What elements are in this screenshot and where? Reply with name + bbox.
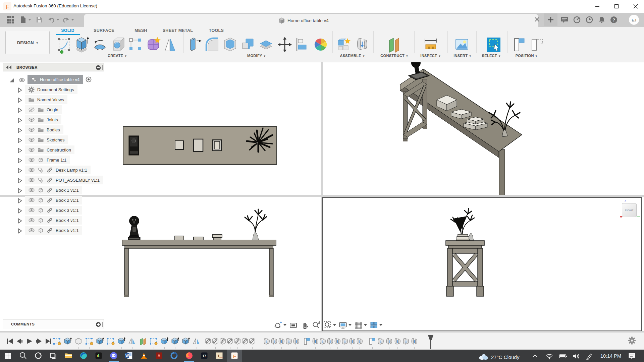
tree-item[interactable]: Book 1 v1:1 — [25, 186, 82, 194]
expand-arrow[interactable] — [17, 137, 23, 143]
construction-plane-button[interactable] — [387, 36, 401, 54]
visibility-eye-icon[interactable] — [28, 167, 35, 173]
tree-row-book-2-v1-1[interactable]: Book 2 v1:1 — [17, 196, 82, 204]
timeline-op-extrude[interactable] — [64, 337, 72, 345]
expand-arrow[interactable] — [17, 127, 23, 133]
group-label-position[interactable]: POSITION ▼ — [516, 54, 538, 58]
fillet-button[interactable] — [205, 36, 219, 54]
tree-row-desk-lamp-v1-1[interactable]: Desk Lamp v1:1 — [17, 166, 91, 174]
tree-row-document-settings[interactable]: Document Settings — [17, 85, 77, 94]
workspace-switcher[interactable]: DESIGN▼ — [5, 31, 50, 54]
shell-button[interactable] — [223, 36, 237, 54]
taskbar-app-indesign[interactable]: IPRO — [215, 352, 223, 360]
joint-origin-button[interactable] — [512, 36, 527, 54]
timeline-op-extrude[interactable] — [182, 337, 190, 345]
visibility-eye-icon[interactable] — [28, 177, 35, 183]
timeline-op-joint[interactable] — [285, 337, 293, 345]
timeline-op-joint[interactable] — [356, 337, 364, 345]
timeline-op-extrude[interactable] — [117, 337, 125, 345]
new-file-button[interactable] — [19, 16, 27, 23]
tree-row-origin[interactable]: Origin — [17, 105, 62, 114]
expand-arrow[interactable] — [17, 218, 23, 224]
document-tab-content[interactable]: Home office table v4 — [278, 17, 329, 24]
expand-arrow[interactable] — [17, 198, 23, 204]
taskbar-app-start[interactable] — [4, 352, 12, 360]
ribbon-tab-tools[interactable]: TOOLS — [209, 28, 224, 33]
collapse-browser-icon[interactable] — [6, 65, 12, 70]
browser-grip[interactable] — [102, 65, 103, 70]
comments-panel[interactable]: COMMENTS — [3, 319, 104, 329]
ribbon-tab-solid[interactable]: SOLID — [61, 28, 74, 33]
close-button[interactable] — [633, 4, 638, 9]
taskbar-app-acrobat[interactable]: A — [155, 352, 163, 360]
timeline-op-extrude[interactable] — [96, 337, 104, 345]
select-button[interactable] — [486, 36, 501, 54]
group-label-construct[interactable]: CONSTRUCT ▼ — [380, 54, 408, 58]
notifications-icon[interactable] — [598, 16, 605, 23]
expand-arrow[interactable] — [17, 107, 23, 113]
tree-row-bodies[interactable]: Bodies — [17, 125, 63, 134]
taskbar-app-file-explorer[interactable] — [64, 352, 72, 360]
activate-component-radio[interactable] — [85, 76, 92, 83]
expand-arrow[interactable] — [17, 228, 23, 234]
timeline-op-joint[interactable] — [292, 337, 300, 345]
taskbar-app-edge[interactable] — [79, 352, 88, 360]
timeline-op-mirror[interactable] — [193, 337, 201, 345]
visibility-eye-icon[interactable] — [28, 197, 35, 203]
tree-item[interactable]: Document Settings — [25, 85, 77, 94]
tree-item[interactable]: Sketches — [25, 135, 68, 144]
timeline-step-back-button[interactable] — [16, 338, 23, 345]
timeline-op-flag[interactable] — [368, 337, 376, 345]
tree-item[interactable]: Book 5 v1:1 — [25, 226, 82, 235]
group-label-create[interactable]: CREATE ▼ — [108, 54, 127, 58]
rectangular-pattern-button[interactable] — [128, 36, 143, 54]
redo-button[interactable] — [62, 16, 70, 23]
pen-icon[interactable] — [585, 352, 593, 360]
extrude-button[interactable] — [75, 36, 90, 54]
timeline-op-joint[interactable] — [319, 337, 327, 345]
wifi-icon[interactable] — [545, 352, 553, 360]
visibility-eye-icon[interactable] — [18, 77, 25, 83]
taskbar-app-firefox[interactable] — [185, 352, 193, 360]
comments-icon[interactable] — [560, 16, 568, 23]
tree-item[interactable]: Frame 1:1 — [25, 156, 70, 164]
tree-row-book-1-v1-1[interactable]: Book 1 v1:1 — [17, 186, 82, 194]
zoom-button[interactable] — [312, 321, 321, 329]
visibility-eye-icon[interactable] — [28, 217, 35, 223]
taskbar-weather[interactable]: 27°C Cloudy — [478, 353, 519, 360]
timeline-op-joint[interactable] — [326, 337, 334, 345]
taskbar-app-tradingview[interactable]: 17 — [200, 352, 208, 360]
redo-dropdown-caret[interactable] — [71, 19, 74, 21]
save-button[interactable] — [36, 16, 43, 23]
timeline-op-body[interactable] — [74, 337, 83, 345]
pan-button[interactable] — [301, 321, 309, 329]
taskbar-clock[interactable]: 10:14 PM — [600, 353, 621, 359]
browser-header[interactable]: BROWSER — [3, 63, 104, 71]
visibility-eye-icon[interactable] — [28, 157, 35, 163]
new-component-button[interactable] — [336, 36, 351, 54]
combine-button[interactable] — [241, 36, 256, 54]
timeline-op-link[interactable] — [211, 337, 219, 345]
visibility-eye-icon[interactable] — [28, 117, 35, 123]
group-label-modify[interactable]: MODIFY ▼ — [247, 54, 266, 58]
timeline-op-link[interactable] — [226, 337, 234, 345]
timeline-op-pattern[interactable] — [139, 337, 147, 345]
insert-image-button[interactable] — [454, 36, 469, 54]
tree-item-selected[interactable]: Home office table v4 — [28, 75, 83, 84]
visibility-eye-icon[interactable] — [28, 187, 35, 193]
timeline-playhead[interactable] — [428, 335, 433, 349]
timeline-op-joint[interactable] — [393, 337, 401, 345]
taskbar-app-task-view[interactable] — [49, 352, 57, 360]
joint-button[interactable] — [355, 36, 370, 54]
tree-item[interactable]: Book 2 v1:1 — [25, 196, 82, 204]
help-icon[interactable]: ? — [610, 16, 618, 23]
tree-row-named-views[interactable]: Named Views — [17, 95, 67, 104]
tree-row-book-4-v1-1[interactable]: Book 4 v1:1 — [17, 216, 82, 225]
create-form-button[interactable] — [146, 36, 161, 54]
create-sketch-button[interactable] — [57, 36, 71, 54]
minimize-button[interactable] — [595, 4, 600, 9]
group-label-inspect[interactable]: INSPECT ▼ — [420, 54, 441, 58]
tree-item[interactable]: Joints — [25, 115, 61, 124]
tree-item[interactable]: Named Views — [25, 95, 67, 104]
expand-arrow[interactable] — [17, 158, 23, 164]
